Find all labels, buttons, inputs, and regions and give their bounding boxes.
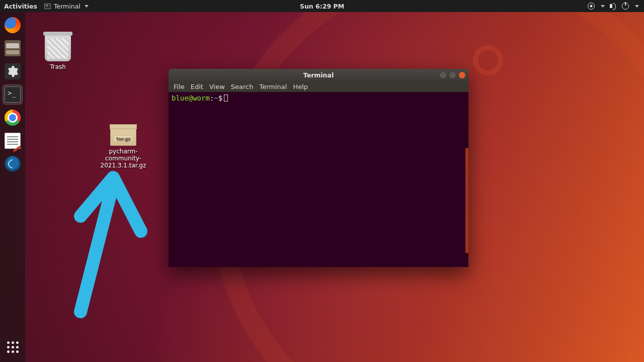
menu-view[interactable]: View <box>209 83 225 90</box>
apps-grid-icon <box>7 341 19 353</box>
dock-item-app[interactable] <box>3 154 23 174</box>
power-icon[interactable] <box>622 3 629 10</box>
close-button[interactable] <box>459 72 465 78</box>
chevron-down-icon <box>635 5 639 8</box>
dock-item-settings[interactable] <box>3 61 23 81</box>
desktop-icon-trash[interactable]: Trash <box>30 35 86 70</box>
terminal-body[interactable]: blue@worm:~$ <box>169 92 468 267</box>
menu-help[interactable]: Help <box>293 83 308 90</box>
dock-item-files[interactable] <box>3 38 23 58</box>
files-icon <box>5 40 21 56</box>
gear-icon <box>5 63 21 79</box>
terminal-cursor <box>224 95 228 102</box>
system-tray[interactable] <box>588 3 644 10</box>
desktop-icon-label: Trash <box>30 63 86 70</box>
maximize-button[interactable] <box>449 72 456 78</box>
terminal-icon <box>44 4 51 9</box>
firefox-icon <box>5 17 21 33</box>
clock[interactable]: Sun 6:29 PM <box>300 3 344 10</box>
prompt-host: worm <box>193 94 210 102</box>
trash-icon <box>45 35 71 61</box>
dock-item-terminal[interactable] <box>3 84 23 105</box>
archive-badge: tar.gz <box>115 136 132 141</box>
prompt-user: blue <box>172 94 189 102</box>
app-icon <box>5 156 21 172</box>
desktop-icon-archive[interactable]: tar.gz pycharm-community-2021.3.1.tar.gz <box>96 120 151 169</box>
top-bar: Activities Terminal Sun 6:29 PM <box>0 0 644 12</box>
scrollbar[interactable] <box>465 148 468 253</box>
terminal-window[interactable]: Terminal File Edit View Search Terminal … <box>169 69 468 267</box>
accessibility-icon[interactable] <box>588 3 595 10</box>
text-editor-icon <box>5 133 21 149</box>
prompt-at: @ <box>189 94 193 102</box>
window-titlebar[interactable]: Terminal <box>169 69 468 81</box>
menu-search[interactable]: Search <box>231 83 254 90</box>
desktop-icon-label: pycharm-community-2021.3.1.tar.gz <box>96 148 151 169</box>
chevron-down-icon <box>85 5 89 8</box>
dock-item-chrome[interactable] <box>3 108 23 128</box>
dock <box>0 12 25 362</box>
prompt-path: ~ <box>214 94 218 102</box>
chrome-icon <box>5 110 21 126</box>
minimize-button[interactable] <box>440 72 446 78</box>
dock-item-firefox[interactable] <box>3 15 23 35</box>
window-menubar: File Edit View Search Terminal Help <box>169 81 468 92</box>
app-menu[interactable]: Terminal <box>44 3 89 10</box>
terminal-icon <box>5 86 21 103</box>
menu-terminal[interactable]: Terminal <box>259 83 287 90</box>
menu-edit[interactable]: Edit <box>191 83 203 90</box>
app-menu-label: Terminal <box>54 3 80 10</box>
menu-file[interactable]: File <box>174 83 185 90</box>
dock-item-text-editor[interactable] <box>3 131 23 151</box>
chevron-down-icon <box>601 5 605 8</box>
window-title: Terminal <box>303 71 334 79</box>
annotation-arrow <box>65 168 151 319</box>
prompt-sigil: $ <box>218 94 222 102</box>
show-applications-button[interactable] <box>3 337 23 357</box>
archive-icon: tar.gz <box>110 120 136 146</box>
volume-icon[interactable] <box>610 3 617 10</box>
activities-button[interactable]: Activities <box>4 3 37 10</box>
